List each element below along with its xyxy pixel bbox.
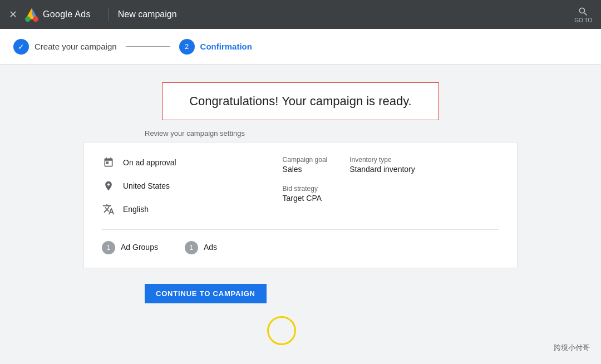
watermark: 跨境小付哥: [554, 343, 590, 353]
ads-label: Ads: [204, 242, 217, 253]
ad-groups-label: Ad Groups: [121, 242, 158, 253]
main-content: Congratulations! Your campaign is ready.…: [0, 65, 601, 321]
inventory-type-value: Standard inventory: [349, 165, 415, 174]
goto-label: GO TO: [574, 17, 592, 23]
location-icon: [102, 179, 115, 193]
settings-col-1: Campaign goal Sales Bid strategy Target …: [283, 156, 328, 216]
continue-to-campaign-button[interactable]: CONTINUE TO CAMPAIGN: [145, 284, 267, 303]
step2-label: Confirmation: [200, 42, 252, 51]
svg-point-3: [33, 17, 38, 22]
campaign-goal-group: Campaign goal Sales: [283, 156, 328, 174]
language-item: English: [102, 203, 283, 216]
ad-groups-item: 1 Ad Groups: [102, 241, 158, 254]
bid-strategy-group: Bid strategy Target CPA: [283, 185, 328, 203]
step-connector: [126, 46, 170, 47]
settings-right: Campaign goal Sales Bid strategy Target …: [283, 156, 499, 216]
location-item: United States: [102, 179, 283, 193]
campaign-goal-value: Sales: [283, 165, 328, 174]
translate-icon: [102, 203, 115, 216]
schedule-item: On ad approval: [102, 156, 283, 169]
settings-left: On ad approval United States: [102, 156, 283, 216]
settings-card: On ad approval United States: [83, 142, 518, 268]
ads-count: 1: [185, 241, 198, 254]
step1-checkmark: ✓: [13, 39, 29, 55]
settings-col-2: Inventory type Standard inventory: [349, 156, 415, 216]
google-ads-logo: Google Ads: [24, 7, 91, 22]
step2-number: 2: [179, 39, 195, 55]
calendar-icon: [102, 156, 115, 169]
location-text: United States: [123, 181, 170, 190]
topbar-divider: [109, 8, 109, 21]
schedule-text: On ad approval: [123, 158, 176, 167]
stepper-bar: ✓ Create your campaign 2 Confirmation: [0, 29, 601, 65]
step-1: ✓ Create your campaign: [13, 39, 117, 55]
svg-point-2: [25, 17, 31, 22]
step-2: 2 Confirmation: [179, 39, 252, 55]
topbar-brand: Google Ads: [43, 9, 91, 19]
campaign-goal-label: Campaign goal: [283, 156, 328, 164]
step1-label: Create your campaign: [35, 42, 117, 51]
bid-strategy-value: Target CPA: [283, 194, 328, 203]
goto-button[interactable]: GO TO: [574, 6, 592, 23]
bid-strategy-label: Bid strategy: [283, 185, 328, 193]
review-label: Review your campaign settings: [145, 129, 245, 137]
language-text: English: [123, 205, 149, 214]
close-icon[interactable]: ✕: [9, 8, 17, 21]
ad-groups-count: 1: [102, 241, 115, 254]
settings-bottom: 1 Ad Groups 1 Ads: [102, 230, 499, 254]
settings-top: On ad approval United States: [102, 156, 499, 230]
inventory-type-label: Inventory type: [349, 156, 415, 164]
congratulations-text: Congratulations! Your campaign is ready.: [189, 94, 412, 108]
congratulations-box: Congratulations! Your campaign is ready.: [162, 82, 439, 120]
topbar-title: New campaign: [118, 9, 177, 19]
ads-item: 1 Ads: [185, 241, 217, 254]
inventory-type-group: Inventory type Standard inventory: [349, 156, 415, 174]
topbar: ✕ Google Ads New campaign GO TO: [0, 0, 601, 29]
